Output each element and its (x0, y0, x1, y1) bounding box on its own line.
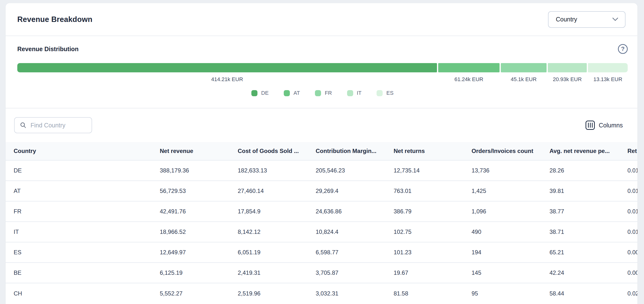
row-value-cell: 81.58 (394, 283, 472, 304)
column-header[interactable]: Net returns (394, 142, 472, 160)
table-row[interactable]: AT56,729.5327,460.1429,269.4763.011,4253… (6, 181, 638, 201)
legend-item-de[interactable]: DE (251, 90, 269, 96)
bar-value-label-fr: 45.1k EUR (501, 76, 546, 82)
row-value-cell: 145 (472, 262, 550, 283)
search-box[interactable] (14, 117, 92, 133)
row-country-cell: FR (6, 201, 160, 222)
bar-value-label-de: 414.21k EUR (17, 76, 437, 82)
row-value-cell: 3,705.87 (316, 262, 394, 283)
distribution-bar (17, 63, 628, 72)
table-row[interactable]: CH5,552.272,519.963,032.3181.589558.440.… (6, 283, 638, 304)
column-header[interactable]: Ret (628, 142, 638, 160)
row-value-cell: 38.71 (550, 222, 628, 242)
row-value-cell: 24,636.86 (316, 201, 394, 222)
row-value-cell: 56,729.53 (160, 181, 238, 201)
row-value-cell: 0.02 (628, 283, 638, 304)
table-row[interactable]: FR42,491.7617,854.924,636.86386.791,0963… (6, 201, 638, 222)
legend-item-at[interactable]: AT (284, 90, 300, 96)
help-icon[interactable]: ? (618, 44, 628, 54)
bar-segment-it[interactable] (548, 63, 587, 72)
row-value-cell: 19.67 (394, 262, 472, 283)
card-header: Revenue Breakdown Country (6, 3, 638, 36)
bar-segment-fr[interactable] (501, 63, 546, 72)
row-value-cell: 388,179.36 (160, 160, 238, 181)
row-value-cell: 13,736 (472, 160, 550, 181)
dimension-select[interactable]: Country (548, 11, 626, 28)
legend-label: AT (294, 90, 300, 96)
row-value-cell: 5,552.27 (160, 283, 238, 304)
search-icon (20, 122, 26, 129)
legend-item-it[interactable]: IT (347, 90, 362, 96)
breakdown-table: CountryNet revenueCost of Goods Sold ...… (6, 142, 638, 304)
column-header[interactable]: Orders/Invoices count (472, 142, 550, 160)
columns-icon (586, 120, 595, 130)
row-country-cell: ES (6, 242, 160, 262)
breakdown-table-wrap: CountryNet revenueCost of Goods Sold ...… (6, 142, 638, 304)
legend-label: FR (325, 90, 332, 96)
table-header-row: CountryNet revenueCost of Goods Sold ...… (6, 142, 638, 160)
row-value-cell: 29,269.4 (316, 181, 394, 201)
row-value-cell: 39.81 (550, 181, 628, 201)
table-row[interactable]: BE6,125.192,419.313,705.8719.6714542.240… (6, 262, 638, 283)
legend-swatch-icon (376, 90, 383, 96)
row-value-cell: 2,519.96 (238, 283, 316, 304)
bar-segment-de[interactable] (17, 63, 437, 72)
distribution-bar-labels: 414.21k EUR61.24k EUR45.1k EUR20.93k EUR… (17, 76, 628, 82)
row-value-cell: 12,735.14 (394, 160, 472, 181)
row-value-cell: 18,966.52 (160, 222, 238, 242)
column-header[interactable]: Contribution Margin... (316, 142, 394, 160)
row-value-cell: 182,633.13 (238, 160, 316, 181)
table-row[interactable]: DE388,179.36182,633.13205,546.2312,735.1… (6, 160, 638, 181)
legend-item-fr[interactable]: FR (315, 90, 332, 96)
row-value-cell: 12,649.97 (160, 242, 238, 262)
row-value-cell: 6,125.19 (160, 262, 238, 283)
column-header[interactable]: Avg. net revenue pe... (550, 142, 628, 160)
legend-swatch-icon (251, 90, 258, 96)
row-value-cell: 42.24 (550, 262, 628, 283)
row-value-cell: 42,491.76 (160, 201, 238, 222)
bar-value-label-it: 20.93k EUR (548, 76, 587, 82)
legend-label: ES (386, 90, 393, 96)
revenue-distribution-section: Revenue Distribution ? 414.21k EUR61.24k… (6, 36, 638, 108)
column-header[interactable]: Net revenue (160, 142, 238, 160)
row-value-cell: 194 (472, 242, 550, 262)
legend-label: DE (261, 90, 269, 96)
table-row[interactable]: IT18,966.528,142.1210,824.4102.7549038.7… (6, 222, 638, 242)
bar-segment-es[interactable] (588, 63, 628, 72)
bar-value-label-at: 61.24k EUR (438, 76, 500, 82)
row-value-cell: 8,142.12 (238, 222, 316, 242)
bar-segment-at[interactable] (438, 63, 500, 72)
table-toolbar: Columns (6, 108, 638, 142)
row-value-cell: 6,598.77 (316, 242, 394, 262)
row-value-cell: 490 (472, 222, 550, 242)
revenue-breakdown-card: Revenue Breakdown Country Revenue Distri… (6, 3, 638, 304)
distribution-legend: DEATFRITES (17, 90, 628, 96)
page-title: Revenue Breakdown (17, 15, 92, 24)
column-header[interactable]: Country (6, 142, 160, 160)
row-value-cell: 0.00 (628, 262, 638, 283)
row-value-cell: 17,854.9 (238, 201, 316, 222)
row-value-cell: 763.01 (394, 181, 472, 201)
row-value-cell: 3,032.31 (316, 283, 394, 304)
columns-button-label: Columns (599, 122, 623, 129)
table-body: DE388,179.36182,633.13205,546.2312,735.1… (6, 160, 638, 304)
row-country-cell: DE (6, 160, 160, 181)
table-row[interactable]: ES12,649.976,051.196,598.77101.2319465.2… (6, 242, 638, 262)
column-header[interactable]: Cost of Goods Sold ... (238, 142, 316, 160)
row-value-cell: 101.23 (394, 242, 472, 262)
columns-button[interactable]: Columns (586, 120, 623, 130)
row-value-cell: 95 (472, 283, 550, 304)
row-value-cell: 58.44 (550, 283, 628, 304)
row-value-cell: 28.26 (550, 160, 628, 181)
row-country-cell: IT (6, 222, 160, 242)
legend-item-es[interactable]: ES (376, 90, 393, 96)
row-value-cell: 0.01 (628, 222, 638, 242)
row-value-cell: 1,425 (472, 181, 550, 201)
row-value-cell: 6,051.19 (238, 242, 316, 262)
row-value-cell: 1,096 (472, 201, 550, 222)
row-value-cell: 205,546.23 (316, 160, 394, 181)
search-input[interactable] (30, 122, 87, 129)
bar-value-label-es: 13.13k EUR (588, 76, 628, 82)
section-title: Revenue Distribution (17, 46, 78, 52)
row-value-cell: 0.00 (628, 242, 638, 262)
